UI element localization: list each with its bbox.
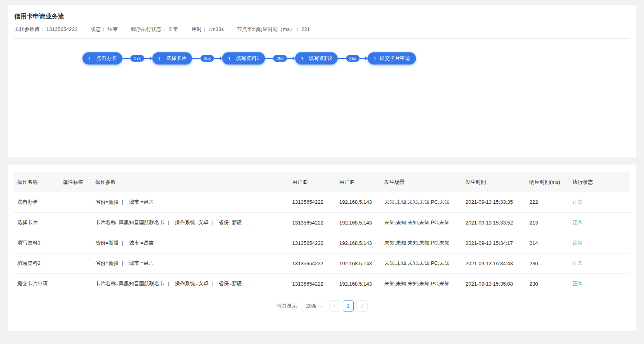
- param: 卡片名称=凤凰知音国航联名卡: [95, 281, 165, 286]
- cell-user-ip: 192.168.5.143: [336, 233, 381, 253]
- flow-node-fill-info-2[interactable]: 1 填写资料2: [295, 52, 338, 65]
- edge-duration-badge: 25s: [200, 55, 215, 62]
- per-page-select[interactable]: 20条: [302, 300, 326, 312]
- cell-user-id: 13135654222: [289, 273, 336, 294]
- table-row: 选择卡片 卡片名称=凤凰知音国航联名卡操作系统=安卓省份=新疆... 13135…: [14, 212, 630, 233]
- flow-node-click-card[interactable]: 1 点击办卡: [82, 52, 122, 65]
- header-divider: [14, 38, 630, 39]
- col-user-ip: 用户IP: [336, 172, 381, 192]
- cell-response-ms: 213: [526, 212, 569, 233]
- cell-params: 卡片名称=凤凰知音国航联名卡操作系统=安卓省份=新疆...: [92, 212, 289, 233]
- param: 操作系统=安卓: [165, 281, 209, 286]
- prev-page-button[interactable]: [329, 301, 340, 311]
- col-user-id: 用户ID: [289, 172, 336, 192]
- cell-user-ip: 192.168.5.143: [336, 212, 381, 233]
- cell-response-ms: 230: [526, 273, 569, 294]
- meta-exec-status: 程序执行状态：正常: [131, 26, 178, 33]
- flow-edge-4: 25s: [338, 52, 367, 65]
- table-row: 填写资料1 省份=新疆城市 =昌吉 13135654222 192.168.5.…: [14, 233, 630, 253]
- cell-user-id: 13135654222: [289, 212, 336, 233]
- flow-node-select-card[interactable]: 1 选择卡片: [152, 52, 192, 65]
- cell-user-ip: 192.168.5.143: [336, 273, 381, 294]
- arrowhead-icon: [220, 56, 222, 60]
- param: 省份=新疆: [208, 281, 242, 286]
- cell-user-ip: 192.168.5.143: [336, 192, 381, 212]
- pagination: 每页显示 20条 1: [14, 300, 630, 312]
- param: 卡片名称=凤凰知音国航联名卡: [95, 219, 165, 225]
- cell-op-name: 提交卡片申请: [14, 273, 60, 294]
- meta-row: 关联参数值：13135654222 状态：结束 程序执行状态：正常 用时：1m3…: [14, 26, 630, 33]
- meta-duration: 用时：1m33s: [191, 26, 224, 33]
- param: 省份=新疆: [208, 219, 242, 225]
- cell-user-ip: 192.168.5.143: [336, 253, 381, 273]
- col-attr-tag: 属性标签: [60, 172, 92, 192]
- table-header-row: 操作名称 属性标签 操作参数 用户ID 用户IP 发生场景 发生时间 响应时间(…: [14, 172, 630, 192]
- flow-edge-2: 25s: [192, 52, 222, 65]
- cell-scene: 未知,未知,未知,未知,PC,未知: [381, 212, 462, 233]
- cell-time: 2021-09-13 15:34:43: [462, 253, 526, 273]
- cell-op-name: 点击办卡: [14, 192, 60, 212]
- cell-time: 2021-09-13 15:35:08: [462, 273, 526, 294]
- cell-params: 省份=新疆城市 =昌吉: [92, 192, 289, 212]
- edge-duration-badge: 25s: [346, 55, 360, 62]
- cell-status: 正常: [569, 192, 630, 212]
- cell-time: 2021-09-13 15:33:52: [462, 212, 526, 233]
- table-row: 提交卡片申请 卡片名称=凤凰知音国航联名卡操作系统=安卓省份=新疆... 131…: [14, 273, 630, 294]
- param: 城市 =昌吉: [119, 199, 154, 205]
- edge-duration-badge: 17s: [130, 55, 144, 62]
- cell-op-name: 填写资料1: [14, 233, 60, 253]
- flow-canvas: 1 点击办卡 17s 1 选择卡片 25s 1 填写资料1 26s 1 填写资料…: [82, 52, 630, 65]
- cell-time: 2021-09-13 15:34:17: [462, 233, 526, 253]
- cell-status: 正常: [569, 253, 630, 273]
- cell-user-id: 13135654222: [289, 253, 336, 273]
- flow-node-fill-info-1[interactable]: 1 填写资料1: [222, 52, 265, 65]
- params-overflow-ellipsis[interactable]: ...: [246, 221, 253, 226]
- cell-attr-tag: [60, 273, 92, 294]
- cell-op-name: 选择卡片: [14, 212, 60, 233]
- next-page-button[interactable]: [357, 301, 367, 311]
- flow-card: 信用卡申请业务流 关联参数值：13135654222 状态：结束 程序执行状态：…: [8, 5, 636, 157]
- cell-status: 正常: [569, 273, 630, 294]
- per-page-value: 20条: [306, 302, 317, 310]
- cell-scene: 未知,未知,未知,未知,PC,未知: [381, 273, 462, 294]
- flow-edge-3: 26s: [265, 52, 295, 65]
- cell-op-name: 填写资料2: [14, 253, 60, 273]
- per-page-label: 每页显示: [277, 302, 297, 310]
- cell-time: 2021-09-13 15:33:35: [462, 192, 526, 212]
- param: 操作系统=安卓: [165, 219, 209, 225]
- cell-attr-tag: [60, 253, 92, 273]
- arrowhead-icon: [150, 56, 153, 60]
- col-op-name: 操作名称: [14, 172, 60, 192]
- meta-related-param: 关联参数值：13135654222: [14, 26, 78, 33]
- cell-user-id: 13135654222: [289, 192, 336, 212]
- chevron-right-icon: [359, 304, 363, 308]
- param: 省份=新疆: [95, 240, 119, 246]
- page-title: 信用卡申请业务流: [14, 13, 630, 20]
- cell-params: 省份=新疆城市 =昌吉: [92, 233, 289, 253]
- cell-attr-tag: [60, 192, 92, 212]
- chevron-left-icon: [333, 304, 337, 308]
- col-time: 发生时间: [462, 172, 526, 192]
- cell-response-ms: 214: [526, 233, 569, 253]
- cell-params: 卡片名称=凤凰知音国航联名卡操作系统=安卓省份=新疆...: [92, 273, 289, 294]
- current-page-button[interactable]: 1: [343, 301, 354, 311]
- chevron-down-icon: [318, 303, 322, 307]
- cell-status: 正常: [569, 233, 630, 253]
- col-response-ms: 响应时间(ms): [526, 172, 569, 192]
- param: 省份=新疆: [95, 260, 119, 266]
- cell-response-ms: 230: [526, 253, 569, 273]
- params-overflow-ellipsis[interactable]: ...: [246, 282, 253, 288]
- operations-table: 操作名称 属性标签 操作参数 用户ID 用户IP 发生场景 发生时间 响应时间(…: [14, 172, 630, 294]
- cell-response-ms: 222: [526, 192, 569, 212]
- param: 城市 =昌吉: [119, 240, 154, 246]
- flow-node-submit-application[interactable]: 1 提交卡片申请: [367, 52, 416, 65]
- cell-params: 省份=新疆城市 =昌吉: [92, 253, 289, 273]
- cell-attr-tag: [60, 233, 92, 253]
- cell-scene: 未知,未知,未知,未知,PC,未知: [381, 192, 462, 212]
- cell-scene: 未知,未知,未知,未知,PC,未知: [381, 233, 462, 253]
- edge-duration-badge: 26s: [273, 55, 287, 62]
- operations-table-card: 操作名称 属性标签 操作参数 用户ID 用户IP 发生场景 发生时间 响应时间(…: [8, 165, 636, 331]
- meta-avg-response: 节点平均响应时间（ms）：221: [237, 26, 310, 33]
- cell-status: 正常: [569, 212, 630, 233]
- table-row: 点击办卡 省份=新疆城市 =昌吉 13135654222 192.168.5.1…: [14, 192, 630, 212]
